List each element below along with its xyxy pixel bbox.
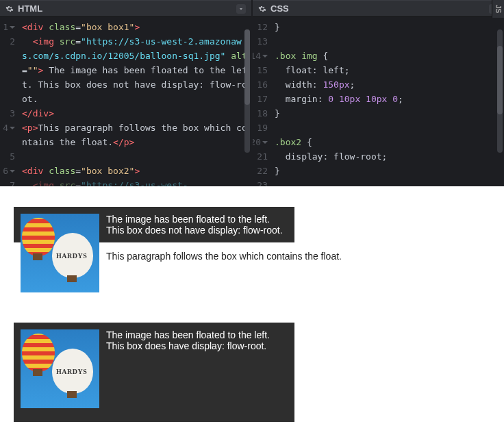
chevron-down-icon[interactable]	[236, 4, 246, 14]
code-token: =	[22, 65, 27, 75]
code-token: <img	[33, 180, 60, 186]
html-code-area[interactable]: 1234567 <div class="box box1"> <img src=…	[0, 17, 251, 186]
code-token: class	[49, 22, 75, 32]
code-token: :	[318, 94, 329, 104]
code-token: src	[60, 180, 75, 186]
js-collapsed-tab[interactable]: JS	[492, 0, 504, 18]
gear-icon	[258, 5, 266, 13]
code-token: }	[275, 22, 280, 32]
css-panel-title: CSS	[270, 3, 489, 14]
code-token: "https://s3-us-west-	[81, 180, 188, 186]
code-token: =	[75, 22, 81, 32]
html-panel-title: HTML	[18, 3, 236, 14]
css-code[interactable]: } .box img { float: left; width: 150px; …	[272, 17, 504, 186]
code-token	[22, 36, 33, 47]
html-scrollbar[interactable]	[244, 29, 250, 153]
code-token: :	[323, 151, 333, 162]
css-panel: CSS 121314151617181920212223 } .box img …	[253, 0, 504, 186]
code-token: ;	[382, 151, 388, 162]
code-token: >	[134, 166, 140, 176]
code-token: ;	[398, 94, 403, 104]
code-token: >	[134, 22, 140, 32]
html-panel-header[interactable]: HTML	[0, 0, 251, 17]
code-token: flow-root	[333, 151, 381, 162]
balloon-image	[21, 329, 99, 408]
code-token: The image has been floated to the left. …	[22, 65, 247, 104]
code-token: }	[275, 108, 280, 118]
code-token: .box img	[275, 51, 323, 61]
gear-icon	[5, 5, 14, 13]
code-token: 0 10px 10px 0	[328, 94, 398, 104]
code-token: <img	[33, 36, 60, 47]
code-token: =	[75, 36, 81, 47]
code-token: {	[323, 51, 328, 61]
html-code[interactable]: <div class="box box1"> <img src="https:/…	[19, 17, 251, 186]
code-token: <p>	[22, 123, 38, 133]
code-token: 150px	[323, 79, 349, 90]
code-token	[275, 79, 286, 90]
code-token: </div>	[22, 108, 54, 118]
code-token: left	[323, 65, 344, 75]
code-token: "box box2"	[81, 166, 134, 176]
code-token: ""	[27, 65, 38, 75]
css-panel-header[interactable]: CSS	[253, 0, 504, 17]
code-token: =	[75, 180, 81, 186]
html-panel: HTML 1234567 <div class="box box1"> <img…	[0, 0, 251, 186]
code-token: =	[75, 166, 81, 176]
code-token	[275, 94, 286, 104]
editor-split: HTML 1234567 <div class="box box1"> <img…	[0, 0, 504, 186]
code-token: {	[307, 137, 312, 147]
code-token: >	[38, 65, 49, 75]
box-2-text: The image has been floated to the left. …	[106, 329, 270, 351]
code-token: </p>	[113, 137, 134, 147]
code-token	[22, 180, 33, 186]
code-token: <div	[22, 22, 49, 32]
code-token: :	[312, 79, 323, 90]
box-2: The image has been floated to the left. …	[14, 323, 294, 422]
preview-pane: The image has been floated to the left. …	[0, 186, 504, 426]
scrollbar-thumb[interactable]	[497, 46, 503, 114]
code-token: width	[286, 79, 312, 90]
html-gutter: 1234567	[0, 17, 19, 186]
code-token: }	[275, 166, 280, 176]
code-token: ;	[350, 79, 355, 90]
code-token: display	[286, 151, 323, 162]
box-1-text: The image has been floated to the left. …	[106, 214, 283, 236]
code-token	[275, 65, 286, 75]
code-token: class	[49, 166, 75, 176]
code-token	[275, 151, 286, 162]
css-code-area[interactable]: 121314151617181920212223 } .box img { fl…	[253, 17, 504, 186]
code-token: <div	[22, 166, 49, 176]
code-token: float	[286, 65, 312, 75]
code-token: src	[60, 36, 75, 47]
code-token: .box2	[275, 137, 307, 147]
box-1: The image has been floated to the left. …	[14, 207, 294, 242]
code-token: margin	[286, 94, 318, 104]
css-scrollbar[interactable]	[497, 29, 503, 153]
balloon-image	[21, 214, 99, 292]
css-gutter: 121314151617181920212223	[253, 17, 272, 186]
code-token: "box box1"	[81, 22, 134, 32]
scrollbar-thumb[interactable]	[244, 29, 250, 105]
code-token: ;	[344, 65, 350, 75]
code-token: :	[312, 65, 323, 75]
